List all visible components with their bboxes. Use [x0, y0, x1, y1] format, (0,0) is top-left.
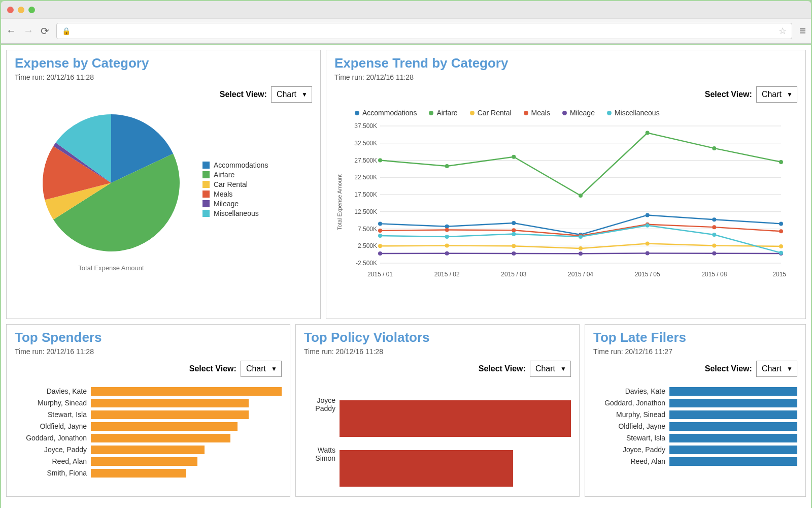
data-point[interactable]	[779, 229, 783, 233]
card-title: Expense Trend by Category	[334, 55, 797, 71]
bar[interactable]	[669, 410, 797, 419]
bar[interactable]	[91, 434, 230, 442]
data-point[interactable]	[646, 213, 650, 217]
bar[interactable]	[91, 446, 205, 454]
menu-icon[interactable]: ≡	[799, 24, 806, 38]
data-point[interactable]	[579, 251, 583, 256]
bar[interactable]	[669, 434, 797, 442]
data-point[interactable]	[712, 225, 716, 229]
legend-item[interactable]: Miscellaneous	[202, 209, 268, 217]
svg-text:32.500K: 32.500K	[354, 140, 377, 147]
legend-item[interactable]: Airfare	[429, 109, 457, 117]
bar[interactable]	[669, 399, 797, 407]
forward-button[interactable]: →	[23, 25, 33, 37]
legend-item[interactable]: Meals	[524, 109, 550, 117]
back-button[interactable]: ←	[6, 25, 16, 37]
data-point[interactable]	[712, 251, 716, 256]
data-point[interactable]	[378, 229, 382, 233]
data-point[interactable]	[779, 244, 783, 248]
legend-item[interactable]: Meals	[202, 190, 268, 198]
bar-label: JoycePaddy	[304, 396, 340, 412]
select-view-dropdown[interactable]: Chart	[756, 86, 797, 103]
bar[interactable]	[669, 422, 797, 431]
data-point[interactable]	[579, 235, 583, 239]
data-point[interactable]	[779, 221, 783, 226]
url-input[interactable]: 🔒 ☆	[56, 23, 792, 39]
data-point[interactable]	[445, 235, 449, 239]
select-view-dropdown[interactable]: Chart	[241, 361, 282, 377]
data-point[interactable]	[378, 221, 382, 226]
time-run-label: Time run: 20/12/16 11:28	[15, 347, 282, 356]
data-point[interactable]	[646, 251, 650, 255]
legend-item[interactable]: Airfare	[202, 171, 268, 179]
legend-item[interactable]: Car Rental	[470, 109, 512, 117]
legend-item[interactable]: Car Rental	[202, 180, 268, 188]
svg-text:2015 / 03: 2015 / 03	[501, 271, 526, 278]
trend-line-airfare[interactable]	[380, 133, 781, 196]
data-point[interactable]	[712, 217, 716, 221]
bar[interactable]	[91, 457, 197, 466]
card-title: Expense by Category	[15, 55, 312, 71]
data-point[interactable]	[646, 242, 650, 246]
address-bar: ← → ⟳ 🔒 ☆ ≡	[1, 18, 811, 43]
maximize-window-icon[interactable]	[28, 7, 35, 13]
bar-label: Goddard, Jonathon	[15, 434, 91, 442]
data-point[interactable]	[378, 158, 382, 163]
legend-item[interactable]: Mileage	[202, 200, 268, 208]
bar[interactable]	[91, 399, 249, 407]
dashboard-page: Expense by Category Time run: 20/12/16 1…	[1, 45, 811, 508]
bar[interactable]	[91, 410, 249, 419]
select-view-dropdown[interactable]: Chart	[756, 361, 797, 377]
data-point[interactable]	[512, 221, 516, 225]
bar[interactable]	[91, 422, 238, 431]
bookmark-icon[interactable]: ☆	[779, 25, 787, 37]
data-point[interactable]	[779, 251, 783, 255]
data-point[interactable]	[445, 251, 449, 256]
data-point[interactable]	[512, 228, 516, 232]
data-point[interactable]	[512, 155, 516, 159]
data-point[interactable]	[712, 244, 716, 248]
time-run-label: Time run: 20/12/16 11:28	[304, 347, 571, 356]
expense-trend-card: Expense Trend by Category Time run: 20/1…	[326, 50, 806, 319]
data-point[interactable]	[378, 234, 382, 238]
bar[interactable]	[669, 446, 797, 454]
bar-row: Murphy, Sinead	[593, 409, 797, 420]
bar[interactable]	[340, 400, 571, 437]
data-point[interactable]	[445, 228, 449, 232]
bar-row: Reed, Alan	[593, 456, 797, 466]
legend-item[interactable]: Accommodations	[355, 109, 417, 117]
bar[interactable]	[91, 387, 282, 396]
reload-button[interactable]: ⟳	[41, 25, 49, 37]
minimize-window-icon[interactable]	[18, 7, 24, 13]
trend-line-accommodations[interactable]	[380, 215, 781, 235]
data-point[interactable]	[378, 251, 382, 256]
data-point[interactable]	[445, 164, 449, 168]
window-controls	[1, 1, 811, 18]
select-view-dropdown[interactable]: Chart	[530, 361, 571, 377]
data-point[interactable]	[646, 131, 650, 135]
bar-row: Oldfield, Jayne	[15, 421, 282, 431]
data-point[interactable]	[712, 233, 716, 237]
legend-item[interactable]: Accommodations	[202, 161, 268, 169]
close-window-icon[interactable]	[7, 7, 14, 13]
select-view-dropdown[interactable]: Chart	[271, 86, 312, 103]
data-point[interactable]	[779, 160, 783, 164]
bar[interactable]	[340, 450, 513, 487]
svg-text:7.500K: 7.500K	[358, 226, 377, 233]
legend-item[interactable]: Miscellaneous	[607, 109, 660, 117]
data-point[interactable]	[512, 251, 516, 256]
data-point[interactable]	[512, 244, 516, 248]
select-view-row: Select View: Chart	[15, 361, 282, 377]
bar[interactable]	[669, 457, 797, 466]
svg-text:2015 / 08: 2015 / 08	[701, 271, 727, 278]
data-point[interactable]	[378, 244, 382, 248]
bar[interactable]	[91, 469, 186, 478]
data-point[interactable]	[445, 244, 449, 248]
legend-item[interactable]: Mileage	[562, 109, 595, 117]
bar[interactable]	[669, 387, 797, 396]
data-point[interactable]	[579, 246, 583, 250]
data-point[interactable]	[646, 224, 650, 228]
data-point[interactable]	[512, 232, 516, 236]
data-point[interactable]	[712, 146, 716, 150]
data-point[interactable]	[579, 194, 583, 198]
